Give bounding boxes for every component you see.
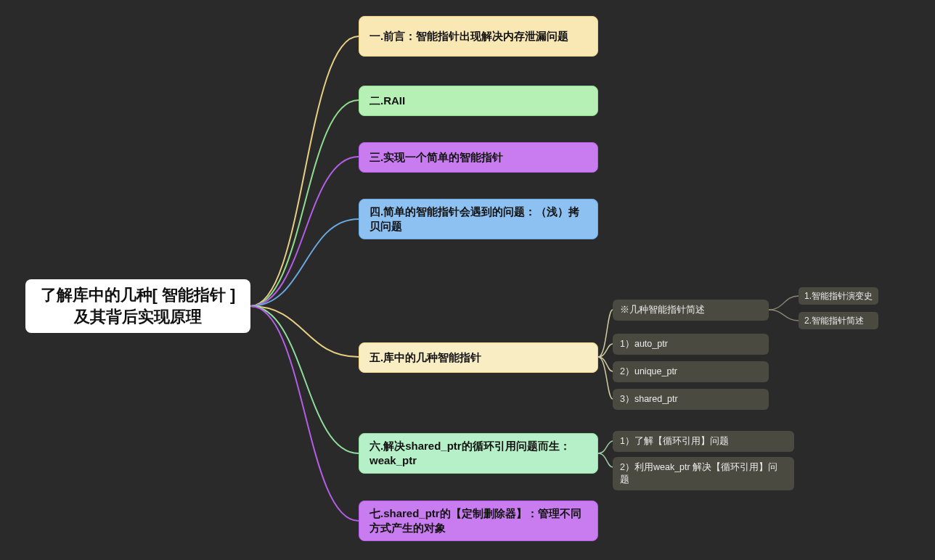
sub5-1-history-label: 1.智能指针演变史 xyxy=(804,290,873,302)
node-6-label: 六.解决shared_ptr的循环引用问题而生：weak_ptr xyxy=(369,439,587,469)
root-title: 了解库中的几种[ 智能指针 ]及其背后实现原理 xyxy=(36,284,240,327)
sub5-unique-ptr[interactable]: 2）unique_ptr xyxy=(613,361,769,382)
sub5-unique-ptr-label: 2）unique_ptr xyxy=(620,366,677,378)
mindmap-canvas: 了解库中的几种[ 智能指针 ]及其背后实现原理 一.前言：智能指针出现解决内存泄… xyxy=(0,0,935,560)
root-node[interactable]: 了解库中的几种[ 智能指针 ]及其背后实现原理 xyxy=(25,279,250,333)
sub5-auto-ptr[interactable]: 1）auto_ptr xyxy=(613,334,769,355)
sub5-shared-ptr-label: 3）shared_ptr xyxy=(620,393,678,405)
node-5-label: 五.库中的几种智能指针 xyxy=(369,350,481,365)
node-1-label: 一.前言：智能指针出现解决内存泄漏问题 xyxy=(369,29,568,44)
sub6-weak-ptr-solve[interactable]: 2）利用weak_ptr 解决【循环引用】问题 xyxy=(613,457,794,490)
node-7-label: 七.shared_ptr的【定制删除器】：管理不同方式产生的对象 xyxy=(369,506,587,536)
sub5-shared-ptr[interactable]: 3）shared_ptr xyxy=(613,389,769,410)
node-1-foreword[interactable]: 一.前言：智能指针出现解决内存泄漏问题 xyxy=(359,16,598,57)
node-4-label: 四.简单的智能指针会遇到的问题：（浅）拷贝问题 xyxy=(369,205,587,234)
sub5-1-brief-label: 2.智能指针简述 xyxy=(804,315,864,326)
node-7-deleter[interactable]: 七.shared_ptr的【定制删除器】：管理不同方式产生的对象 xyxy=(359,501,598,541)
node-2-raii[interactable]: 二.RAII xyxy=(359,86,598,116)
sub6-cycle-problem[interactable]: 1）了解【循环引用】问题 xyxy=(613,431,794,452)
sub5-summary[interactable]: ※几种智能指针简述 xyxy=(613,300,769,321)
node-6-weak-ptr[interactable]: 六.解决shared_ptr的循环引用问题而生：weak_ptr xyxy=(359,433,598,474)
node-3-label: 三.实现一个简单的智能指针 xyxy=(369,150,503,165)
sub6-weak-ptr-solve-label: 2）利用weak_ptr 解决【循环引用】问题 xyxy=(620,461,787,486)
sub5-auto-ptr-label: 1）auto_ptr xyxy=(620,338,668,350)
sub5-1-history[interactable]: 1.智能指针演变史 xyxy=(799,287,878,305)
sub6-cycle-problem-label: 1）了解【循环引用】问题 xyxy=(620,435,729,448)
sub5-1-brief[interactable]: 2.智能指针简述 xyxy=(799,312,878,329)
node-5-library-ptrs[interactable]: 五.库中的几种智能指针 xyxy=(359,342,598,373)
sub5-summary-label: ※几种智能指针简述 xyxy=(620,304,705,316)
node-2-label: 二.RAII xyxy=(369,94,405,108)
node-4-copy-problem[interactable]: 四.简单的智能指针会遇到的问题：（浅）拷贝问题 xyxy=(359,199,598,239)
node-3-simple-ptr[interactable]: 三.实现一个简单的智能指针 xyxy=(359,142,598,173)
